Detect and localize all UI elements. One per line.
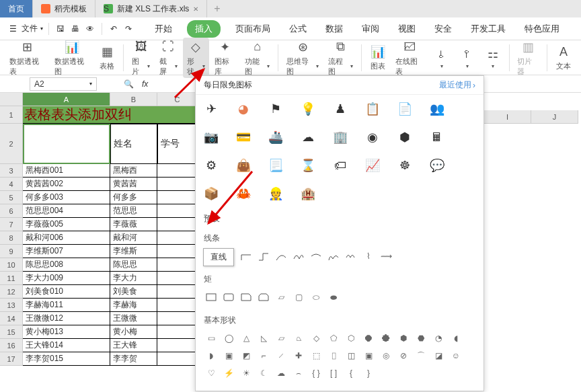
brace2-shape[interactable]: } bbox=[361, 366, 376, 380]
online-chart-button[interactable]: 🗠在线图表 bbox=[391, 38, 428, 78]
row-header[interactable]: 6 bbox=[0, 204, 23, 218]
heptagon-shape[interactable]: ⯃ bbox=[361, 331, 376, 345]
winloss-button[interactable]: ⚏▾ bbox=[481, 44, 505, 71]
cell[interactable]: 王大锋 bbox=[110, 339, 157, 352]
tab-layout[interactable]: 页面布局 bbox=[231, 20, 274, 38]
elbow2-shape[interactable] bbox=[256, 249, 271, 263]
function-button[interactable]: ⌂功能图▾ bbox=[241, 38, 274, 78]
cell[interactable]: 何多多003 bbox=[23, 191, 110, 204]
teardrop-shape[interactable]: ◗ bbox=[204, 349, 219, 362]
octagon-shape[interactable]: ⯄ bbox=[379, 331, 393, 345]
noentry-shape[interactable]: ⊘ bbox=[396, 349, 411, 362]
mindmap-button[interactable]: ⊛思维导图▾ bbox=[282, 38, 323, 78]
cell[interactable]: 范思思004 bbox=[23, 204, 110, 218]
moon-shape[interactable]: ☾ bbox=[256, 366, 271, 380]
rect2-shape[interactable]: ▭ bbox=[204, 331, 219, 345]
cell[interactable]: 黑梅西001 bbox=[23, 164, 110, 178]
col-header[interactable]: A bbox=[23, 93, 110, 106]
cell[interactable] bbox=[157, 272, 198, 285]
tab-home[interactable]: 首页 bbox=[0, 0, 33, 17]
cell[interactable] bbox=[157, 285, 198, 299]
row-header[interactable]: 10 bbox=[0, 258, 23, 272]
textbox-button[interactable]: A文本 bbox=[551, 42, 576, 73]
can-shape[interactable]: ⌷ bbox=[326, 349, 341, 362]
dodecagon-shape[interactable]: ⬣ bbox=[414, 331, 428, 345]
cell[interactable]: 陈思思 bbox=[110, 258, 157, 272]
elbow-shape[interactable] bbox=[239, 249, 254, 263]
cell[interactable]: 王微微012 bbox=[23, 312, 110, 325]
disc-icon[interactable]: ◉ bbox=[365, 130, 380, 145]
cell[interactable]: 姓名 bbox=[110, 124, 157, 164]
wallet-icon[interactable]: 💳 bbox=[236, 130, 251, 145]
col-header[interactable]: C bbox=[157, 93, 198, 106]
roundrect-shape[interactable] bbox=[221, 290, 236, 304]
heart-shape[interactable]: ♡ bbox=[204, 366, 219, 380]
diagstripe-shape[interactable]: ⟋ bbox=[274, 349, 288, 362]
cell[interactable]: 李李贺 bbox=[110, 352, 157, 366]
cell[interactable]: 李大力009 bbox=[23, 272, 110, 285]
sale-icon[interactable]: 🏷 bbox=[333, 158, 348, 173]
parallelogram-shape[interactable]: ▱ bbox=[274, 331, 288, 345]
bag-icon[interactable]: 👜 bbox=[236, 158, 251, 173]
pie-shape[interactable]: ◔ bbox=[431, 331, 446, 345]
add-tab-button[interactable]: + bbox=[207, 0, 227, 17]
cross-shape[interactable]: ✚ bbox=[291, 349, 306, 362]
cell[interactable]: 李薇薇 bbox=[110, 218, 157, 231]
close-icon[interactable]: ✕ bbox=[193, 5, 198, 13]
worker-icon[interactable]: 👷 bbox=[268, 186, 283, 201]
bracket-shape[interactable]: { } bbox=[309, 366, 323, 380]
chess-icon[interactable]: ♟ bbox=[333, 102, 348, 116]
bracket2-shape[interactable]: [ ] bbox=[326, 366, 341, 380]
sparkline-button[interactable]: ⫰▾ bbox=[430, 44, 454, 71]
fx-icon[interactable]: fx bbox=[142, 79, 148, 89]
pivot-table-button[interactable]: ⊞数据透视表 bbox=[5, 38, 49, 78]
save-icon[interactable]: 🖫 bbox=[54, 23, 67, 35]
people-icon[interactable]: 👥 bbox=[430, 102, 444, 116]
doc-icon[interactable]: 📄 bbox=[397, 102, 412, 116]
select-all-corner[interactable] bbox=[0, 93, 23, 106]
cell[interactable] bbox=[157, 312, 198, 325]
calc-icon[interactable]: 🖩 bbox=[430, 130, 444, 145]
cell[interactable] bbox=[157, 258, 198, 272]
cell[interactable] bbox=[157, 339, 198, 352]
recent-link[interactable]: 最近使用› bbox=[439, 79, 475, 91]
cell[interactable] bbox=[157, 352, 198, 366]
row-header[interactable]: 9 bbox=[0, 245, 23, 258]
cell[interactable]: 李维斯007 bbox=[23, 245, 110, 258]
snip1-shape[interactable] bbox=[239, 290, 254, 304]
curve-shape[interactable] bbox=[274, 249, 288, 263]
chart-button[interactable]: 📊图表 bbox=[366, 42, 390, 73]
row-header[interactable]: 5 bbox=[0, 191, 23, 204]
cell[interactable]: 范思思 bbox=[110, 204, 157, 218]
tab-start[interactable]: 开始 bbox=[151, 20, 176, 38]
page-icon[interactable]: 📃 bbox=[268, 158, 283, 173]
cell[interactable] bbox=[157, 231, 198, 245]
cell[interactable]: 戴和河 bbox=[110, 231, 157, 245]
cell[interactable] bbox=[157, 218, 198, 231]
cell[interactable] bbox=[157, 178, 198, 191]
plane-icon[interactable]: ✈ bbox=[204, 102, 219, 116]
cell[interactable]: 黄小梅013 bbox=[23, 325, 110, 339]
cell[interactable]: 黄茜茜 bbox=[110, 178, 157, 191]
tab-security[interactable]: 安全 bbox=[430, 20, 456, 38]
snip2-shape[interactable] bbox=[256, 290, 271, 304]
picture-button[interactable]: 🖼图片▾ bbox=[128, 38, 154, 78]
shape-button[interactable]: ◇形状▾ bbox=[183, 38, 209, 78]
col-header[interactable]: B bbox=[110, 93, 157, 106]
curve2-shape[interactable] bbox=[291, 249, 306, 263]
hex-icon[interactable]: ⬢ bbox=[397, 130, 412, 145]
hexagon-shape[interactable]: ⬡ bbox=[344, 331, 358, 345]
row-header[interactable]: 8 bbox=[0, 231, 23, 245]
cell[interactable]: 学号 bbox=[157, 124, 198, 164]
curve3-shape[interactable] bbox=[309, 249, 323, 263]
box-icon[interactable]: 📦 bbox=[204, 186, 219, 201]
cell[interactable] bbox=[157, 191, 198, 204]
cell[interactable]: 李赫海011 bbox=[23, 299, 110, 312]
row-header[interactable]: 13 bbox=[0, 299, 23, 312]
pentagon-shape[interactable]: ⬠ bbox=[326, 331, 341, 345]
hotel-icon[interactable]: 🏨 bbox=[301, 186, 315, 201]
row-header[interactable]: 2 bbox=[0, 124, 23, 164]
cell[interactable]: 黄茜茜002 bbox=[23, 178, 110, 191]
frame-shape[interactable]: ▣ bbox=[221, 349, 236, 362]
tab-view[interactable]: 视图 bbox=[394, 20, 420, 38]
